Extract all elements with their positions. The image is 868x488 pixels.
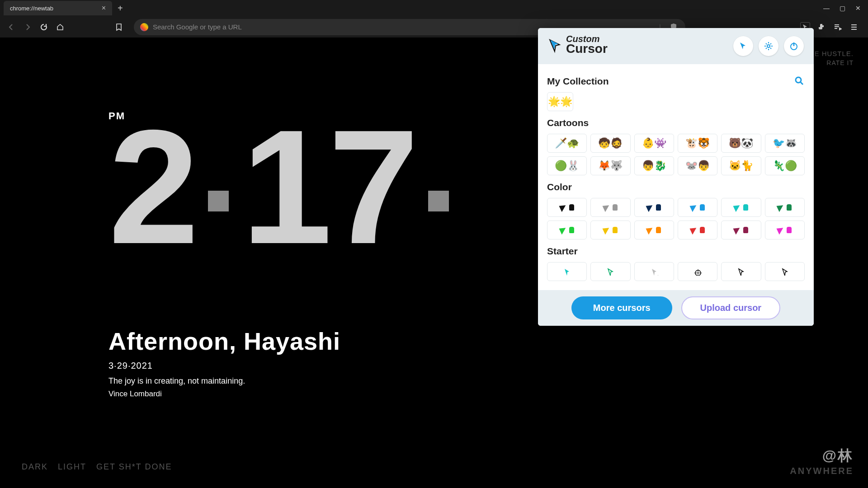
brand-logo: CustomCursor xyxy=(548,36,608,56)
cursor-color-item[interactable] xyxy=(547,198,587,217)
watermark-en: ANYWHERE xyxy=(790,466,854,476)
upload-cursor-button[interactable]: Upload cursor xyxy=(681,296,781,319)
tab-strip: chrome://newtab × + xyxy=(4,1,126,15)
minimize-button[interactable]: — xyxy=(823,5,830,12)
settings-button[interactable] xyxy=(759,36,778,56)
search-icon[interactable] xyxy=(794,75,805,88)
home-button[interactable] xyxy=(55,22,65,32)
quote-text: The joy is in creating, not maintaining. xyxy=(108,376,340,386)
greeting-text: Afternoon, Hayashi xyxy=(108,327,340,355)
color-title: Color xyxy=(547,182,805,192)
menu-icon[interactable] xyxy=(849,22,859,32)
time-separator xyxy=(208,191,229,211)
close-icon[interactable]: × xyxy=(102,4,106,12)
default-cursor-button[interactable] xyxy=(733,36,753,56)
quote-author: Vince Lombardi xyxy=(108,389,340,399)
popup-body: My Collection 🌟🌟 Cartoons 🗡️🐢🧒🧔👶👾🐮🐯🐻🐼🐦🦝🟢… xyxy=(538,64,814,290)
cursor-starter-item[interactable] xyxy=(765,262,805,281)
watermark: @林 ANYWHERE xyxy=(790,446,854,476)
cursor-item[interactable]: 🦊🐺 xyxy=(590,156,630,175)
hour: 2 xyxy=(108,96,195,277)
cursor-item[interactable]: 👶👾 xyxy=(634,134,674,153)
popup-header: CustomCursor xyxy=(538,28,814,64)
theme-switcher: DARK LIGHT GET SH*T DONE xyxy=(22,462,172,472)
power-button[interactable] xyxy=(784,36,804,56)
minute: 17 xyxy=(241,96,415,277)
cursor-color-item[interactable] xyxy=(634,198,674,217)
cursor-starter-item[interactable] xyxy=(721,262,761,281)
cursor-item[interactable]: 🐮🐯 xyxy=(678,134,717,153)
back-button[interactable] xyxy=(6,22,16,32)
cursor-color-item[interactable] xyxy=(590,221,630,239)
cartoons-title: Cartoons xyxy=(547,117,805,128)
cartoons-grid: 🗡️🐢🧒🧔👶👾🐮🐯🐻🐼🐦🦝🟢🐰🦊🐺👦🐉🐭👦🐱🐈🦎🟢 xyxy=(547,134,805,175)
cursor-item[interactable]: 🐦🦝 xyxy=(765,134,805,153)
cursor-color-item[interactable] xyxy=(547,221,587,239)
cursor-color-item[interactable] xyxy=(634,221,674,239)
cursor-color-item[interactable] xyxy=(721,221,761,239)
watermark-jp: @林 xyxy=(790,446,854,466)
theme-gsd[interactable]: GET SH*T DONE xyxy=(96,462,172,472)
cursor-starter-item[interactable] xyxy=(678,262,717,281)
custom-cursor-popup: CustomCursor My Collection 🌟🌟 Cartoons 🗡… xyxy=(538,28,814,326)
starter-grid xyxy=(547,262,805,281)
browser-tab[interactable]: chrome://newtab × xyxy=(4,1,112,15)
cursor-item[interactable]: 🟢🐰 xyxy=(547,156,587,175)
theme-light[interactable]: LIGHT xyxy=(58,462,86,472)
color-grid xyxy=(547,198,805,239)
tab-title: chrome://newtab xyxy=(10,5,53,12)
cursor-color-item[interactable] xyxy=(765,198,805,217)
my-collection-title: My Collection xyxy=(547,76,609,87)
cursor-color-item[interactable] xyxy=(678,198,717,217)
extensions-icon[interactable] xyxy=(816,22,826,32)
window-controls: — ▢ ✕ xyxy=(823,5,864,12)
maximize-button[interactable]: ▢ xyxy=(840,5,845,12)
cursor-color-item[interactable] xyxy=(590,198,630,217)
theme-dark[interactable]: DARK xyxy=(22,462,48,472)
bookmark-icon[interactable] xyxy=(114,22,124,32)
cursor-item[interactable]: 🐭👦 xyxy=(678,156,717,175)
cursor-color-item[interactable] xyxy=(721,198,761,217)
clock-widget: PM 217 xyxy=(108,110,462,256)
starter-title: Starter xyxy=(547,246,805,257)
cursor-item[interactable]: 🐻🐼 xyxy=(721,134,761,153)
brand-text: CustomCursor xyxy=(566,36,608,56)
time-separator xyxy=(428,191,449,211)
reload-button[interactable] xyxy=(39,22,49,32)
cursor-item[interactable]: 🦎🟢 xyxy=(765,156,805,175)
greeting-block: Afternoon, Hayashi 3·29·2021 The joy is … xyxy=(108,327,340,399)
svg-point-2 xyxy=(796,77,801,83)
cursor-starter-item[interactable] xyxy=(590,262,630,281)
google-icon xyxy=(140,23,148,31)
new-tab-button[interactable]: + xyxy=(115,3,126,14)
my-collection-grid: 🌟🌟 xyxy=(547,92,805,111)
svg-point-0 xyxy=(767,45,770,47)
cursor-color-item[interactable] xyxy=(678,221,717,239)
date-text: 3·29·2021 xyxy=(108,361,340,371)
cursor-item[interactable]: 👦🐉 xyxy=(634,156,674,175)
close-window-button[interactable]: ✕ xyxy=(855,5,861,12)
cursor-color-item[interactable] xyxy=(765,221,805,239)
cursor-starter-item[interactable] xyxy=(547,262,587,281)
cursor-item[interactable]: 🗡️🐢 xyxy=(547,134,587,153)
cursor-item[interactable]: 🧒🧔 xyxy=(590,134,630,153)
cursor-item[interactable]: 🌟🌟 xyxy=(547,92,573,111)
cursor-starter-item[interactable] xyxy=(634,262,674,281)
window-title-bar: chrome://newtab × + — ▢ ✕ xyxy=(0,0,868,16)
cursor-logo-icon xyxy=(548,38,563,54)
more-cursors-button[interactable]: More cursors xyxy=(571,296,672,319)
playlist-icon[interactable] xyxy=(833,22,843,32)
forward-button[interactable] xyxy=(23,22,33,32)
popup-controls xyxy=(733,36,804,56)
url-placeholder: Search Google or type a URL xyxy=(153,23,242,31)
popup-footer: More cursors Upload cursor xyxy=(538,290,814,326)
cursor-item[interactable]: 🐱🐈 xyxy=(721,156,761,175)
time-display: 217 xyxy=(108,117,462,256)
